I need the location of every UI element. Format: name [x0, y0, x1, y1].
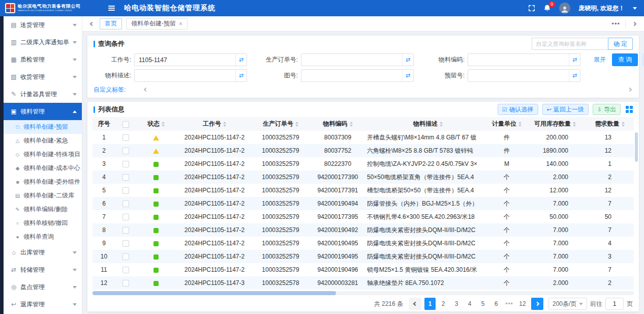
column-settings-icon[interactable] — [626, 106, 633, 113]
tabs-more-icon[interactable]: ••• — [606, 20, 625, 27]
sort-icon[interactable] — [573, 122, 576, 127]
table-row[interactable]: 72024HPC1105-1147-2100032525799420001773… — [93, 210, 634, 223]
row-checkbox[interactable] — [122, 148, 129, 154]
sidebar-subitem[interactable]: ■领料单创建-委外组件 — [4, 175, 82, 189]
column-header[interactable]: 物料描述 — [367, 117, 489, 131]
sidebar-item-material-request[interactable]: ▣领料管理 — [4, 103, 82, 120]
table-row[interactable]: 32024HPC1105-1147-21000325257980222370控制… — [93, 157, 634, 170]
tags-scroll-right-icon[interactable] — [627, 87, 633, 93]
sidebar-subitem[interactable]: ◇领料单创建-特殊项目 — [4, 148, 82, 161]
custom-tag-name-input[interactable] — [532, 38, 608, 50]
table-row[interactable]: 82024HPC1105-1147-2100032525799420001904… — [93, 223, 634, 237]
page-size-select[interactable]: 200条/页 — [548, 298, 587, 310]
search-button[interactable]: 查 询 — [612, 53, 638, 66]
sidebar-item-measuring-tools[interactable]: ✎计量器具管理 — [4, 85, 82, 103]
sidebar-subitem[interactable]: ●领料单查询 — [4, 230, 82, 244]
avatar[interactable] — [559, 3, 570, 14]
material-code-input[interactable] — [468, 56, 569, 64]
sidebar-subitem[interactable]: □领料单创建-预留 — [4, 120, 82, 134]
page-button[interactable]: 2 — [438, 298, 449, 310]
table-row[interactable]: 42024HPC1105-1147-2100032525799420001773… — [93, 170, 634, 184]
tabs-scroll-left-icon[interactable] — [88, 20, 96, 27]
row-checkbox[interactable] — [122, 253, 129, 260]
tab-home[interactable]: 首页 — [100, 18, 122, 30]
page-button[interactable]: 6 — [490, 298, 502, 310]
row-checkbox[interactable] — [122, 280, 129, 287]
sort-icon[interactable] — [350, 122, 353, 127]
row-checkbox[interactable] — [122, 240, 129, 247]
notification-bell-icon[interactable]: 0 — [543, 4, 551, 12]
sidebar-item-return[interactable]: ↩退库管理 — [4, 296, 82, 313]
sidebar-item-delivery[interactable]: ▤送货管理 — [4, 16, 82, 34]
confirm-tag-button[interactable]: 确 定 — [608, 38, 633, 50]
prev-page-button[interactable] — [409, 298, 421, 310]
column-header[interactable]: 物料编码 — [309, 117, 367, 131]
fullscreen-icon[interactable] — [528, 5, 535, 12]
vertical-scrollbar[interactable] — [635, 132, 638, 162]
column-header[interactable]: 可用库存数量 — [525, 117, 586, 131]
select-from-list-icon[interactable]: ⇄ — [402, 54, 413, 66]
row-checkbox[interactable] — [122, 161, 129, 167]
confirm-select-button[interactable]: ☑ 确认选择 — [498, 104, 538, 115]
table-row[interactable]: 122024HPC1105-1147-310003252578942000003… — [93, 276, 634, 290]
column-header[interactable]: 生产订单号 — [253, 117, 309, 131]
user-greeting[interactable]: 庞晓明, 欢迎您！ — [578, 4, 625, 13]
sidebar-item-quality[interactable]: ▦质检管理 — [4, 51, 82, 68]
table-row[interactable]: 112024HPC1105-1147-210003252579942000190… — [93, 263, 634, 276]
sidebar-item-transfer[interactable]: ⇄转储管理 — [4, 261, 82, 278]
export-button[interactable]: ⇩ 导出 — [593, 104, 621, 115]
table-row[interactable]: 62024HPC1105-1147-2100032525799420001904… — [93, 197, 634, 210]
page-button[interactable]: 4 — [464, 298, 475, 310]
row-checkbox[interactable] — [122, 187, 129, 194]
table-row[interactable]: 52024HPC1105-1147-2100032525799420001773… — [93, 184, 634, 197]
chevron-down-icon[interactable] — [633, 7, 637, 12]
sidebar-subitem[interactable]: ○领料单核销/撤回 — [4, 216, 82, 230]
horizontal-scrollbar[interactable] — [93, 291, 634, 295]
next-page-button[interactable] — [531, 298, 543, 310]
tags-scroll-left-icon[interactable] — [143, 87, 149, 93]
column-header[interactable]: 计量单位 — [489, 117, 525, 131]
sidebar-item-stocktake[interactable]: ◎盘点管理 — [4, 278, 82, 296]
back-to-previous-button[interactable]: ↩ 返回上一级 — [542, 104, 589, 115]
work-no-input[interactable] — [135, 56, 235, 64]
page-button[interactable]: 1 — [424, 298, 436, 310]
select-from-list-icon[interactable]: ⇄ — [569, 54, 580, 66]
sidebar-item-secondary-inbound-notice[interactable]: ▥二级库入库通知单 — [4, 34, 82, 51]
row-checkbox[interactable] — [122, 174, 129, 181]
select-from-list-icon[interactable]: ⇄ — [569, 70, 580, 81]
close-tab-icon[interactable]: × — [179, 20, 182, 27]
page-button[interactable]: 12 — [517, 298, 528, 310]
select-from-list-icon[interactable]: ⇄ — [402, 70, 413, 81]
reservation-no-input[interactable] — [468, 72, 569, 79]
sort-icon[interactable] — [162, 122, 165, 127]
table-row[interactable]: 22024HPC1105-1147-21000325257980037752六角… — [93, 144, 634, 157]
column-header[interactable]: 工作号 — [176, 117, 253, 131]
sort-icon[interactable] — [295, 122, 298, 127]
sort-icon[interactable] — [518, 122, 522, 127]
material-desc-input[interactable] — [135, 72, 235, 79]
drawing-no-input[interactable] — [301, 72, 402, 79]
select-from-list-icon[interactable]: ⇄ — [235, 54, 247, 66]
table-row[interactable]: 92024HPC1105-1147-2100032525799420001904… — [93, 237, 634, 250]
sidebar-item-outbound[interactable]: ⌂出库管理 — [4, 244, 82, 261]
sidebar-subitem[interactable]: ◆领料单创建-成本中心 — [4, 161, 82, 175]
column-header[interactable]: 状态 — [136, 117, 176, 131]
table-row[interactable]: 102024HPC1105-1147-210003252579942000190… — [93, 250, 634, 263]
table-row[interactable]: 12024HPC1105-1147-21000325257980037309开槽… — [93, 131, 634, 144]
row-checkbox[interactable] — [122, 214, 129, 220]
row-checkbox[interactable] — [122, 227, 129, 234]
row-checkbox[interactable] — [122, 267, 129, 273]
expand-link[interactable]: 展开 — [594, 55, 606, 64]
sort-icon[interactable] — [223, 122, 226, 127]
sidebar-subitem[interactable]: △领料单创建-紧急 — [4, 134, 82, 148]
select-from-list-icon[interactable]: ⇄ — [235, 70, 247, 81]
page-button[interactable]: 3 — [451, 298, 462, 310]
sort-icon[interactable] — [622, 122, 625, 127]
tabs-scroll-right-icon[interactable] — [631, 20, 638, 27]
production-order-input[interactable] — [301, 56, 402, 64]
sort-icon[interactable] — [440, 122, 443, 127]
column-header[interactable]: 需求数量 — [586, 117, 634, 131]
sidebar-collapse-icon[interactable] — [106, 3, 117, 14]
row-checkbox[interactable] — [122, 201, 129, 207]
sidebar-subitem[interactable]: ▤领料单创建-二级库 — [4, 189, 82, 203]
